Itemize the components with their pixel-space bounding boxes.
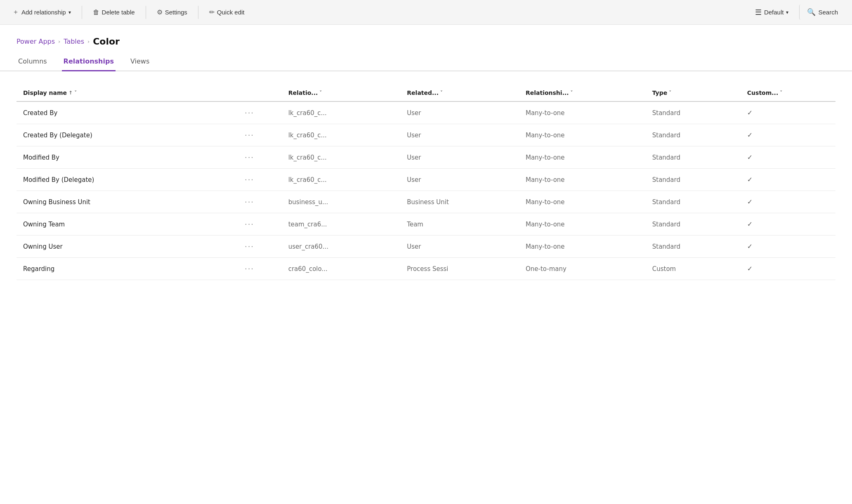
cell-custom: ✓ <box>741 169 835 191</box>
col-header-relship-type[interactable]: Relationshi... ˅ <box>519 85 646 101</box>
cell-display-name: Modified By (Delegate) <box>17 169 238 191</box>
cell-relship-type: Many-to-one <box>519 146 646 169</box>
chevron-custom[interactable]: ˅ <box>780 90 782 96</box>
cell-row-menu[interactable]: ··· <box>238 191 282 213</box>
table-row: Created By (Delegate) ··· lk_cra60_c... … <box>17 124 835 146</box>
default-label: Default <box>764 9 784 16</box>
cell-display-name: Owning User <box>17 236 238 258</box>
cell-relship-type: Many-to-one <box>519 124 646 146</box>
settings-label: Settings <box>165 9 187 16</box>
breadcrumb: Power Apps › Tables › Color <box>0 25 852 53</box>
toolbar-right: ☰ Default ▾ 🔍 Search <box>749 5 845 20</box>
hamburger-icon: ☰ <box>755 8 762 17</box>
cell-relationship: business_u... <box>282 191 401 213</box>
cell-related: User <box>400 236 519 258</box>
cell-related: User <box>400 146 519 169</box>
relationships-table-container: Display name ↑ ˅ Relatio... ˅ Related...… <box>0 71 852 280</box>
sort-icon-display[interactable]: ↑ ˅ <box>68 90 77 96</box>
table-row: Created By ··· lk_cra60_c... User Many-t… <box>17 101 835 124</box>
cell-type: Standard <box>646 101 741 124</box>
cell-custom: ✓ <box>741 258 835 280</box>
breadcrumb-sep-1: › <box>58 38 60 45</box>
table-row: Modified By (Delegate) ··· lk_cra60_c...… <box>17 169 835 191</box>
cell-display-name: Created By <box>17 101 238 124</box>
table-header-row: Display name ↑ ˅ Relatio... ˅ Related...… <box>17 85 835 101</box>
delete-table-button[interactable]: 🗑 Delete table <box>87 5 141 19</box>
tab-views[interactable]: Views <box>129 53 151 71</box>
default-chevron: ▾ <box>786 9 788 15</box>
default-view-button[interactable]: ☰ Default ▾ <box>749 5 795 20</box>
col-header-related[interactable]: Related... ˅ <box>400 85 519 101</box>
cell-custom: ✓ <box>741 146 835 169</box>
cell-display-name: Owning Business Unit <box>17 191 238 213</box>
toolbar: ＋ Add relationship ▾ 🗑 Delete table ⚙ Se… <box>0 0 852 25</box>
table-row: Regarding ··· cra60_colo... Process Sess… <box>17 258 835 280</box>
cell-relship-type: Many-to-one <box>519 213 646 236</box>
search-button[interactable]: 🔍 Search <box>799 5 845 20</box>
toolbar-sep-2 <box>146 6 146 19</box>
cell-related: Process Sessi <box>400 258 519 280</box>
cell-relationship: lk_cra60_c... <box>282 169 401 191</box>
cell-relationship: team_cra6... <box>282 213 401 236</box>
breadcrumb-tables[interactable]: Tables <box>64 38 84 45</box>
col-header-relationship[interactable]: Relatio... ˅ <box>282 85 401 101</box>
cell-related: User <box>400 124 519 146</box>
settings-button[interactable]: ⚙ Settings <box>151 5 193 19</box>
table-row: Modified By ··· lk_cra60_c... User Many-… <box>17 146 835 169</box>
cell-type: Standard <box>646 124 741 146</box>
col-header-dots <box>238 85 282 101</box>
cell-relship-type: Many-to-one <box>519 101 646 124</box>
cell-row-menu[interactable]: ··· <box>238 258 282 280</box>
cell-row-menu[interactable]: ··· <box>238 169 282 191</box>
relationships-table: Display name ↑ ˅ Relatio... ˅ Related...… <box>17 85 835 280</box>
add-relationship-chevron: ▾ <box>68 9 71 15</box>
search-icon: 🔍 <box>807 8 816 16</box>
cell-custom: ✓ <box>741 236 835 258</box>
add-relationship-button[interactable]: ＋ Add relationship ▾ <box>7 5 77 20</box>
table-row: Owning Team ··· team_cra6... Team Many-t… <box>17 213 835 236</box>
delete-table-label: Delete table <box>102 9 135 16</box>
cell-relationship: lk_cra60_c... <box>282 124 401 146</box>
tab-relationships[interactable]: Relationships <box>62 53 116 71</box>
cell-type: Standard <box>646 213 741 236</box>
quick-edit-button[interactable]: ✏ Quick edit <box>203 5 250 19</box>
col-header-display-name[interactable]: Display name ↑ ˅ <box>17 85 238 101</box>
cell-row-menu[interactable]: ··· <box>238 236 282 258</box>
toolbar-sep-3 <box>198 6 198 19</box>
plus-icon: ＋ <box>12 8 19 16</box>
cell-related: Business Unit <box>400 191 519 213</box>
cell-type: Standard <box>646 169 741 191</box>
trash-icon: 🗑 <box>93 9 99 16</box>
cell-display-name: Created By (Delegate) <box>17 124 238 146</box>
col-header-type[interactable]: Type ˅ <box>646 85 741 101</box>
cell-row-menu[interactable]: ··· <box>238 124 282 146</box>
chevron-type[interactable]: ˅ <box>669 90 671 96</box>
cell-related: User <box>400 101 519 124</box>
cell-type: Standard <box>646 146 741 169</box>
chevron-relationship[interactable]: ˅ <box>319 90 322 96</box>
breadcrumb-sep-2: › <box>87 38 90 45</box>
cell-custom: ✓ <box>741 213 835 236</box>
cell-custom: ✓ <box>741 124 835 146</box>
cell-related: Team <box>400 213 519 236</box>
cell-type: Standard <box>646 236 741 258</box>
cell-row-menu[interactable]: ··· <box>238 146 282 169</box>
cell-relship-type: Many-to-one <box>519 236 646 258</box>
search-label: Search <box>818 9 838 16</box>
chevron-relship[interactable]: ˅ <box>571 90 573 96</box>
table-row: Owning Business Unit ··· business_u... B… <box>17 191 835 213</box>
cell-relship-type: Many-to-one <box>519 191 646 213</box>
cell-row-menu[interactable]: ··· <box>238 101 282 124</box>
breadcrumb-power-apps[interactable]: Power Apps <box>17 38 55 45</box>
cell-display-name: Regarding <box>17 258 238 280</box>
tabs: Columns Relationships Views <box>0 53 852 71</box>
tab-columns[interactable]: Columns <box>17 53 49 71</box>
col-header-custom[interactable]: Custom... ˅ <box>741 85 835 101</box>
cell-type: Standard <box>646 191 741 213</box>
quick-edit-label: Quick edit <box>217 9 245 16</box>
cell-relship-type: One-to-many <box>519 258 646 280</box>
cell-relationship: cra60_colo... <box>282 258 401 280</box>
cell-row-menu[interactable]: ··· <box>238 213 282 236</box>
chevron-related[interactable]: ˅ <box>440 90 443 96</box>
table-row: Owning User ··· user_cra60... User Many-… <box>17 236 835 258</box>
